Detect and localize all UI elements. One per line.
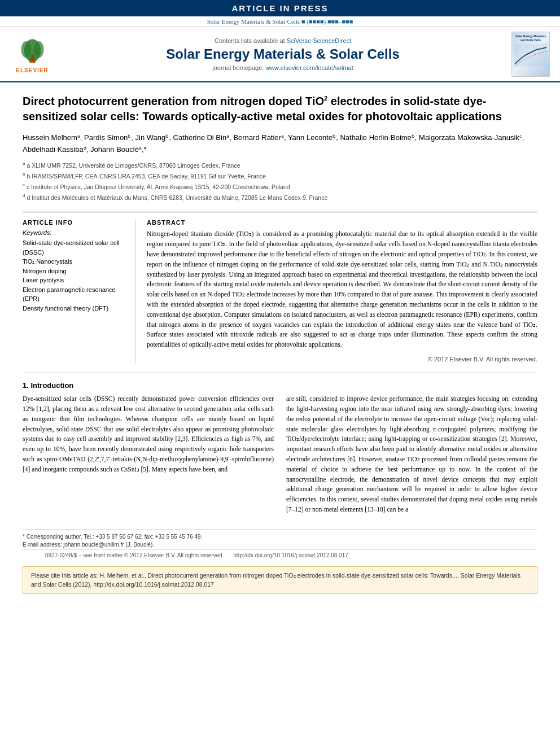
journal-cover-image: Solar Energy Materials and Solar Cells	[508, 32, 553, 77]
abstract-heading: ABSTRACT	[147, 219, 537, 226]
intro-col-right: are still, considered to improve device …	[286, 394, 537, 519]
intro-heading: 1. Introduction	[23, 381, 537, 390]
journal-header: ELSEVIER Contents lists available at Sci…	[0, 27, 560, 82]
article-info-heading: ARTICLE INFO	[23, 219, 128, 226]
elsevier-wordmark: ELSEVIER	[16, 67, 48, 73]
article-info-col: ARTICLE INFO Keywords: Solid-state dye-s…	[23, 219, 135, 362]
intro-col-left: Dye-sensitized solar cells (DSSC) recent…	[23, 394, 274, 519]
affiliations-block: a a XLIM UMR 7252, Université de Limoges…	[23, 160, 537, 202]
homepage-link[interactable]: www.elsevier.com/locate/solmat	[265, 64, 353, 71]
keyword-4: Laser pyrolysis	[23, 276, 128, 285]
section-divider	[23, 373, 537, 373]
journal-homepage: journal homepage: www.elsevier.com/locat…	[63, 64, 502, 71]
keyword-2: TiO₂ Nanocrystals	[23, 257, 128, 267]
citation-bar: Please cite this article as: H. Melhem, …	[23, 566, 537, 595]
info-abstract-section: ARTICLE INFO Keywords: Solid-state dye-s…	[23, 212, 537, 362]
keyword-6: Density functional theory (DFT)	[23, 304, 128, 313]
journal-link-bar: Solar Energy Materials & Solar Cells ■ (…	[0, 16, 560, 27]
affiliation-b: b b IRAMIS/SPAM/LFP, CEA-CNRS URA 2453, …	[23, 171, 537, 180]
cover-title: Solar Energy Materials and Solar Cells	[515, 34, 546, 42]
contents-available-line: Contents lists available at SciVerse Sci…	[63, 37, 502, 44]
keyword-5: Electron paramagnetic resonance (EPR)	[23, 285, 128, 304]
affiliation-c: c c Institute of Physics, Jan Dlugosz Un…	[23, 182, 537, 191]
footnote-email: E-mail address: johann.boucle@unilim.fr …	[23, 541, 537, 548]
keyword-3: Nitrogen doping	[23, 267, 128, 276]
doi-left: 0927-0248/$ – see front matter © 2012 El…	[45, 552, 224, 558]
cover-graph-icon	[514, 44, 548, 67]
abstract-col: ABSTRACT Nitrogen-doped titanium dioxide…	[147, 219, 537, 362]
journal-title-block: Contents lists available at SciVerse Sci…	[63, 37, 502, 71]
keyword-1: Solid-state dye-sensitized solar cell (D…	[23, 238, 128, 257]
elsevier-logo: ELSEVIER	[7, 35, 58, 73]
abstract-text: Nitrogen-doped titanium dioxide (TiO₂) i…	[147, 229, 537, 350]
elsevier-tree-icon	[17, 35, 48, 66]
svg-rect-4	[30, 55, 34, 61]
doi-right: http://dx.doi.org/10.1016/j.solmat.2012.…	[233, 552, 348, 558]
sciverse-link[interactable]: SciVerse ScienceDirect	[287, 37, 351, 44]
svg-point-2	[21, 41, 31, 58]
article-title: Direct photocurrent generation from nitr…	[23, 94, 537, 124]
article-content: Direct photocurrent generation from nitr…	[0, 82, 560, 605]
authors-line: Hussein Melhemᵃ, Pardis Simonᵇ, Jin Wang…	[23, 132, 537, 156]
journal-main-title: Solar Energy Materials & Solar Cells	[63, 46, 502, 62]
copyright-line: © 2012 Elsevier B.V. All rights reserved…	[147, 356, 537, 362]
footnote-corresponding: * Corresponding author. Tel.: +33 5 87 5…	[23, 534, 537, 540]
footnote-area: * Corresponding author. Tel.: +33 5 87 5…	[23, 530, 537, 548]
doi-bar: 0927-0248/$ – see front matter © 2012 El…	[23, 549, 537, 561]
affiliation-d: d d Institut des Molécules et Matériaux …	[23, 193, 537, 202]
article-in-press-banner: ARTICLE IN PRESS	[0, 0, 560, 16]
svg-point-3	[33, 41, 43, 58]
intro-body: Dye-sensitized solar cells (DSSC) recent…	[23, 394, 537, 519]
affiliation-a: a a XLIM UMR 7252, Université de Limoges…	[23, 160, 537, 169]
cover-box: Solar Energy Materials and Solar Cells	[511, 32, 550, 77]
keywords-label: Keywords:	[23, 229, 128, 236]
